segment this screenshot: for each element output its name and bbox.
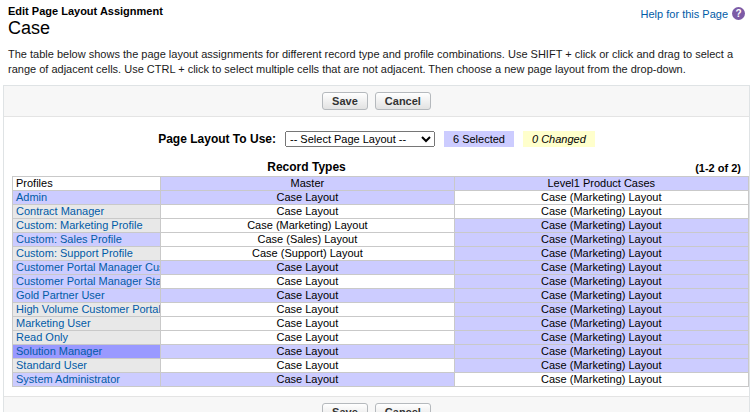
profile-link[interactable]: Standard User: [16, 359, 87, 371]
cancel-button[interactable]: Cancel: [375, 92, 431, 110]
top-button-bar: Save Cancel: [4, 86, 749, 117]
profile-link[interactable]: Custom: Sales Profile: [16, 233, 122, 245]
table-row: Solution ManagerCase LayoutCase (Marketi…: [13, 344, 749, 358]
save-button[interactable]: Save: [322, 92, 368, 110]
assignment-cell[interactable]: Case Layout: [161, 190, 454, 204]
profile-link[interactable]: Gold Partner User: [16, 289, 105, 301]
table-row: High Volume Customer PortalCase LayoutCa…: [13, 302, 749, 316]
profile-row-header[interactable]: Admin: [13, 190, 161, 204]
description-text: The table below shows the page layout as…: [0, 39, 753, 83]
assignment-cell[interactable]: Case (Marketing) Layout: [454, 302, 748, 316]
assignment-cell[interactable]: Case (Marketing) Layout: [454, 372, 748, 386]
table-row: Custom: Support ProfileCase (Support) La…: [13, 246, 749, 260]
profile-link[interactable]: Solution Manager: [16, 345, 102, 357]
assignment-cell[interactable]: Case Layout: [161, 274, 454, 288]
profile-link[interactable]: Read Only: [16, 331, 68, 343]
assignment-cell[interactable]: Case (Marketing) Layout: [161, 218, 454, 232]
assignment-cell[interactable]: Case (Support) Layout: [161, 246, 454, 260]
assignment-cell[interactable]: Case (Marketing) Layout: [454, 288, 748, 302]
table-row: Customer Portal Manager StandardCase Lay…: [13, 274, 749, 288]
help-icon[interactable]: ?: [732, 7, 745, 20]
assignment-cell[interactable]: Case (Marketing) Layout: [454, 274, 748, 288]
table-row: AdminCase LayoutCase (Marketing) Layout: [13, 190, 749, 204]
profile-row-header[interactable]: System Administrator: [13, 372, 161, 386]
record-types-label: Record Types: [160, 160, 453, 174]
help-area: Help for this Page ?: [641, 5, 745, 20]
assignment-cell[interactable]: Case (Marketing) Layout: [454, 246, 748, 260]
assignment-cell[interactable]: Case (Marketing) Layout: [454, 344, 748, 358]
title-block: Edit Page Layout Assignment Case: [8, 5, 163, 39]
table-caption-row: Record Types (1-2 of 2): [12, 160, 741, 174]
column-header-master[interactable]: Master: [161, 176, 454, 190]
assignment-cell[interactable]: Case (Marketing) Layout: [454, 218, 748, 232]
cancel-button[interactable]: Cancel: [375, 403, 431, 412]
profile-link[interactable]: Customer Portal Manager Standard: [16, 275, 161, 287]
profile-row-header[interactable]: Standard User: [13, 358, 161, 372]
page-title: Case: [8, 18, 163, 39]
main-panel: Save Cancel Page Layout To Use: -- Selec…: [3, 85, 750, 412]
profile-row-header[interactable]: Contract Manager: [13, 204, 161, 218]
assignment-cell[interactable]: Case Layout: [161, 344, 454, 358]
assignment-cell[interactable]: Case (Marketing) Layout: [454, 358, 748, 372]
page-header: Edit Page Layout Assignment Case Help fo…: [0, 0, 753, 39]
profile-link[interactable]: Marketing User: [16, 317, 91, 329]
profile-row-header[interactable]: Custom: Support Profile: [13, 246, 161, 260]
table-row: Standard UserCase LayoutCase (Marketing)…: [13, 358, 749, 372]
selected-count-badge: 6 Selected: [444, 131, 514, 147]
assignment-table: Profiles Master Level1 Product Cases Adm…: [12, 176, 749, 387]
assignment-cell[interactable]: Case (Marketing) Layout: [454, 316, 748, 330]
page-layout-select[interactable]: -- Select Page Layout --: [285, 131, 435, 147]
bottom-button-bar: Save Cancel: [4, 396, 749, 412]
assignment-cell[interactable]: Case Layout: [161, 358, 454, 372]
assignment-cell[interactable]: Case (Marketing) Layout: [454, 330, 748, 344]
assignment-cell[interactable]: Case (Sales) Layout: [161, 232, 454, 246]
assignment-cell[interactable]: Case (Marketing) Layout: [454, 190, 748, 204]
assignment-cell[interactable]: Case Layout: [161, 330, 454, 344]
assignment-cell[interactable]: Case (Marketing) Layout: [454, 204, 748, 218]
profile-row-header[interactable]: Custom: Sales Profile: [13, 232, 161, 246]
profile-row-header[interactable]: High Volume Customer Portal: [13, 302, 161, 316]
profile-row-header[interactable]: Gold Partner User: [13, 288, 161, 302]
profiles-header: Profiles: [13, 176, 161, 190]
table-row: System AdministratorCase LayoutCase (Mar…: [13, 372, 749, 386]
assignment-cell[interactable]: Case Layout: [161, 302, 454, 316]
profile-row-header[interactable]: Read Only: [13, 330, 161, 344]
page-layout-picker: Page Layout To Use: -- Select Page Layou…: [4, 131, 749, 147]
profile-link[interactable]: Customer Portal Manager Custom: [16, 261, 161, 273]
column-header-level1-product-cases[interactable]: Level1 Product Cases: [454, 176, 748, 190]
profile-row-header[interactable]: Custom: Marketing Profile: [13, 218, 161, 232]
help-link[interactable]: Help for this Page: [641, 8, 728, 20]
picker-label: Page Layout To Use:: [158, 132, 276, 146]
profile-link[interactable]: Custom: Marketing Profile: [16, 219, 143, 231]
save-button[interactable]: Save: [322, 403, 368, 412]
assignment-cell[interactable]: Case Layout: [161, 316, 454, 330]
range-label: (1-2 of 2): [453, 162, 741, 174]
changed-count-badge: 0 Changed: [523, 131, 595, 147]
table-row: Read OnlyCase LayoutCase (Marketing) Lay…: [13, 330, 749, 344]
header-row: Profiles Master Level1 Product Cases: [13, 176, 749, 190]
table-row: Custom: Marketing ProfileCase (Marketing…: [13, 218, 749, 232]
assignment-cell[interactable]: Case Layout: [161, 288, 454, 302]
table-row: Contract ManagerCase LayoutCase (Marketi…: [13, 204, 749, 218]
assignment-cell[interactable]: Case Layout: [161, 204, 454, 218]
profile-row-header[interactable]: Customer Portal Manager Standard: [13, 274, 161, 288]
breadcrumb: Edit Page Layout Assignment: [8, 5, 163, 17]
assignment-cell[interactable]: Case Layout: [161, 260, 454, 274]
assignment-cell[interactable]: Case (Marketing) Layout: [454, 232, 748, 246]
profile-row-header[interactable]: Marketing User: [13, 316, 161, 330]
profile-row-header[interactable]: Solution Manager: [13, 344, 161, 358]
table-row: Marketing UserCase LayoutCase (Marketing…: [13, 316, 749, 330]
profile-link[interactable]: System Administrator: [16, 373, 120, 385]
assignment-cell[interactable]: Case Layout: [161, 372, 454, 386]
profile-link[interactable]: Admin: [16, 191, 47, 203]
profile-link[interactable]: Contract Manager: [16, 205, 104, 217]
profile-link[interactable]: High Volume Customer Portal: [16, 303, 161, 315]
table-row: Custom: Sales ProfileCase (Sales) Layout…: [13, 232, 749, 246]
table-row: Customer Portal Manager CustomCase Layou…: [13, 260, 749, 274]
table-row: Gold Partner UserCase LayoutCase (Market…: [13, 288, 749, 302]
profile-row-header[interactable]: Customer Portal Manager Custom: [13, 260, 161, 274]
assignment-cell[interactable]: Case (Marketing) Layout: [454, 260, 748, 274]
profile-link[interactable]: Custom: Support Profile: [16, 247, 133, 259]
